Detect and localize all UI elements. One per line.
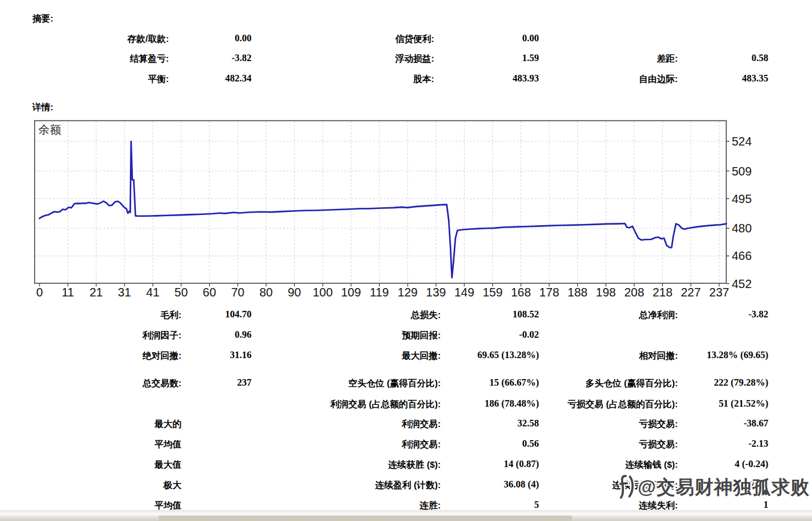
x-tick-label: 70 <box>231 286 244 299</box>
x-tick-label: 129 <box>398 286 417 299</box>
stat-label: 利润交易: <box>225 419 441 430</box>
x-tick-label: 178 <box>540 286 559 299</box>
x-tick-label: 237 <box>709 286 729 299</box>
x-tick-label: 80 <box>259 286 272 299</box>
stat-value: 483.35 <box>649 73 768 84</box>
y-tick-label: 452 <box>732 277 752 291</box>
scrollbar-thumb[interactable] <box>159 516 572 521</box>
stat-label: 差距: <box>462 53 678 65</box>
stat-label: 亏损交易: <box>462 419 678 430</box>
strategy-tester-report: 摘要: 存款/取款:0.00信贷便利:0.00结算盈亏:-3.82浮动损益:1.… <box>0 0 812 521</box>
stat-value: 51 (21.52%) <box>649 398 768 409</box>
watermark: @交易财神独孤求败 <box>617 472 810 503</box>
stat-label: 利润交易 (占总额的百分比): <box>225 399 441 410</box>
chart-series-label: 余额 <box>38 122 61 138</box>
x-tick-label: 227 <box>681 286 701 299</box>
x-tick-label: 100 <box>313 286 332 299</box>
stat-label: 自由边际: <box>462 74 678 85</box>
balance-chart-canvas <box>34 120 730 288</box>
stat-value: 13.28% (69.65) <box>649 350 768 361</box>
stat-label: 极大 <box>0 480 181 491</box>
stat-label: 预期回报: <box>225 330 441 341</box>
stat-label: 最大值 <box>0 459 181 471</box>
stat-value: -3.82 <box>649 309 768 320</box>
summary-heading: 摘要: <box>32 13 53 25</box>
y-tick-label: 509 <box>732 165 752 178</box>
stat-label: 空头仓位 (赢得百分比): <box>225 378 441 389</box>
watermark-text: @交易财神独孤求败 <box>638 475 810 500</box>
stat-value: -38.67 <box>649 418 768 429</box>
stat-label: 连续输钱 ($): <box>462 459 678 471</box>
stat-value: -2.13 <box>649 438 768 449</box>
watermark-logo-icon <box>617 473 635 502</box>
x-tick-label: 60 <box>203 286 216 299</box>
stat-label: 多头仓位 (赢得百分比): <box>462 378 678 389</box>
stat-label: 平均值 <box>0 439 181 450</box>
details-heading: 详情: <box>32 102 53 113</box>
x-tick-label: 21 <box>89 286 102 299</box>
x-tick-label: 11 <box>62 286 74 299</box>
stat-label: 亏损交易: <box>462 439 678 450</box>
x-tick-label: 90 <box>287 286 301 299</box>
stat-label: 信贷便利: <box>219 34 434 45</box>
stat-value: 4 (-0.24) <box>649 459 768 469</box>
balance-line <box>40 141 726 278</box>
y-tick-label: 524 <box>732 135 752 149</box>
x-tick-label: 109 <box>341 286 361 299</box>
stat-label: 最大回撤: <box>225 350 441 362</box>
x-tick-label: 188 <box>568 286 587 299</box>
y-tick-label: 495 <box>732 192 752 206</box>
x-tick-label: 50 <box>174 286 187 299</box>
stat-label: 连续获胜 ($): <box>225 459 441 471</box>
stat-label: 相对回撤: <box>462 350 678 362</box>
x-tick-label: 119 <box>370 286 389 299</box>
stat-label: 最大的 <box>0 419 181 430</box>
stat-value: 222 (79.28%) <box>649 377 768 388</box>
x-tick-label: 208 <box>624 286 644 299</box>
stat-label: 总净利润: <box>462 310 678 321</box>
x-tick-label: 0 <box>36 286 43 299</box>
stat-label: 总损失: <box>225 310 441 321</box>
x-tick-label: 31 <box>118 286 131 299</box>
x-tick-label: 41 <box>146 286 159 299</box>
stat-label: 浮动损益: <box>219 53 434 65</box>
x-tick-label: 218 <box>653 286 672 299</box>
y-tick-label: 480 <box>732 222 752 235</box>
stat-value: 0.58 <box>649 53 768 63</box>
x-tick-label: 149 <box>455 286 474 299</box>
y-tick-label: 466 <box>732 249 752 263</box>
stat-label: 股本: <box>219 74 434 85</box>
x-tick-label: 198 <box>596 286 616 299</box>
stat-value: 0.00 <box>419 33 539 44</box>
chart-border <box>35 121 726 284</box>
stat-value: -0.02 <box>419 329 539 340</box>
stat-label: 连续盈利 (计数): <box>225 480 441 491</box>
stat-label: 亏损交易 (占总额的百分比): <box>462 399 678 410</box>
horizontal-scrollbar[interactable] <box>0 510 812 521</box>
stat-label: 利润交易: <box>225 439 441 450</box>
x-tick-label: 139 <box>426 286 446 299</box>
x-tick-label: 168 <box>511 286 531 299</box>
x-tick-label: 159 <box>483 286 502 299</box>
